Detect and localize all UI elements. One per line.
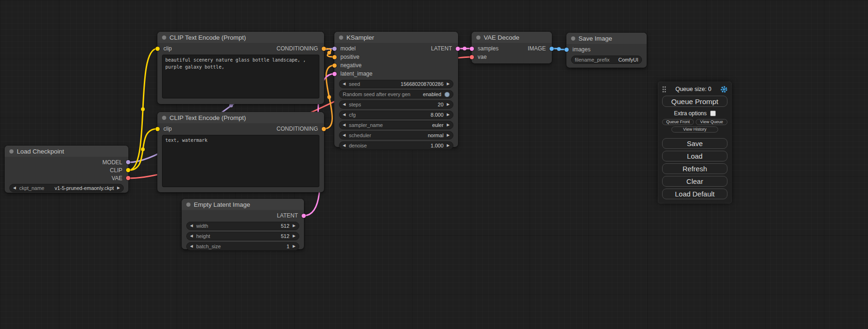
collapse-dot-icon[interactable] — [571, 36, 575, 41]
increment-arrow-icon[interactable]: ▶ — [293, 243, 296, 250]
decrement-arrow-icon[interactable]: ◀ — [190, 222, 193, 230]
collapse-dot-icon[interactable] — [476, 35, 480, 40]
node-title-bar[interactable]: CLIP Text Encode (Prompt) — [157, 32, 324, 43]
node-empty-latent-image[interactable]: Empty Latent Image LATENT ◀ width 512 ▶ … — [182, 199, 304, 249]
prompt-text-area[interactable]: text, watermark — [162, 135, 319, 187]
widget-cfg[interactable]: ◀ cfg 8.000 ▶ — [339, 111, 453, 119]
node-ksampler[interactable]: KSampler model LATENT positive negative … — [334, 32, 458, 147]
port-clip-input[interactable] — [155, 127, 160, 131]
prompt-text-area[interactable]: beautiful scenery nature glass bottle la… — [162, 55, 319, 98]
decrement-arrow-icon[interactable]: ◀ — [343, 80, 346, 88]
collapse-dot-icon[interactable] — [162, 116, 166, 120]
decrement-arrow-icon[interactable]: ◀ — [190, 232, 193, 240]
queue-small-buttons-row: Queue Front View Queue — [662, 119, 727, 125]
widget-ckpt-name[interactable]: ◀ ckpt_name v1-5-pruned-emaonly.ckpt ▶ — [9, 184, 124, 192]
queue-prompt-button[interactable]: Queue Prompt — [662, 96, 727, 107]
port-images-input[interactable] — [565, 48, 569, 52]
collapse-dot-icon[interactable] — [9, 149, 14, 154]
widget-scheduler[interactable]: ◀ scheduler normal ▶ — [339, 131, 453, 140]
node-save-image[interactable]: Save Image images filename_prefix ComfyU… — [566, 33, 647, 68]
node-vae-decode[interactable]: VAE Decode samples IMAGE vae — [472, 32, 552, 63]
widget-batch-size[interactable]: ◀ batch_size 1 ▶ — [186, 242, 299, 251]
queue-panel-header: Queue size: 0 — [662, 84, 727, 94]
load-button[interactable]: Load — [662, 151, 727, 161]
port-conditioning-output[interactable] — [322, 127, 326, 131]
increment-arrow-icon[interactable]: ▶ — [447, 101, 450, 108]
port-image-output[interactable] — [550, 47, 554, 51]
decrement-arrow-icon[interactable]: ◀ — [190, 243, 193, 250]
increment-arrow-icon[interactable]: ▶ — [293, 222, 296, 230]
port-negative-input[interactable] — [332, 63, 337, 68]
increment-arrow-icon[interactable]: ▶ — [293, 232, 296, 240]
decrement-arrow-icon[interactable]: ◀ — [343, 121, 346, 129]
port-latent-output[interactable] — [302, 214, 306, 218]
port-clip-output[interactable] — [126, 168, 130, 172]
widget-label: height — [196, 233, 210, 239]
widget-steps[interactable]: ◀ steps 20 ▶ — [339, 100, 453, 109]
increment-arrow-icon[interactable]: ▶ — [447, 132, 450, 139]
collapse-dot-icon[interactable] — [339, 35, 343, 40]
save-button[interactable]: Save — [662, 138, 727, 149]
port-conditioning-output[interactable] — [322, 47, 326, 51]
node-clip-text-encode-negative[interactable]: CLIP Text Encode (Prompt) clip CONDITION… — [157, 112, 324, 192]
port-vae-output[interactable] — [126, 176, 130, 180]
port-model-input[interactable] — [332, 47, 337, 51]
widget-value: 512 — [281, 233, 289, 239]
collapse-dot-icon[interactable] — [186, 203, 191, 207]
output-label-latent: LATENT — [431, 45, 452, 52]
widget-height[interactable]: ◀ height 512 ▶ — [186, 232, 299, 240]
node-load-checkpoint[interactable]: Load Checkpoint MODEL CLIP VAE ◀ ckpt_na… — [5, 146, 128, 193]
output-label-clip: CLIP — [110, 167, 122, 174]
decrement-arrow-icon[interactable]: ◀ — [13, 184, 16, 192]
port-latent-output[interactable] — [456, 47, 460, 51]
widget-filename-prefix[interactable]: filename_prefix ComfyUI — [571, 56, 642, 64]
node-clip-text-encode-positive[interactable]: CLIP Text Encode (Prompt) clip CONDITION… — [157, 32, 324, 104]
toggle-knob[interactable] — [445, 92, 450, 97]
slot-row: VAE — [5, 174, 128, 182]
clear-button[interactable]: Clear — [662, 176, 727, 187]
widget-width[interactable]: ◀ width 512 ▶ — [186, 222, 299, 230]
queue-front-button[interactable]: Queue Front — [662, 119, 694, 125]
widget-denoise[interactable]: ◀ denoise 1.000 ▶ — [339, 141, 453, 150]
input-label-clip: clip — [163, 126, 172, 132]
drag-handle-icon[interactable] — [662, 86, 666, 93]
node-title-bar[interactable]: VAE Decode — [472, 32, 552, 43]
port-model-output[interactable] — [126, 160, 130, 164]
increment-arrow-icon[interactable]: ▶ — [447, 142, 450, 149]
node-title-bar[interactable]: Empty Latent Image — [182, 199, 304, 210]
input-label-model: model — [340, 45, 356, 52]
port-clip-input[interactable] — [155, 47, 160, 51]
increment-arrow-icon[interactable]: ▶ — [447, 80, 450, 88]
widget-random-seed-toggle[interactable]: Random seed after every gen enabled — [339, 90, 453, 98]
collapse-dot-icon[interactable] — [162, 35, 166, 40]
decrement-arrow-icon[interactable]: ◀ — [343, 142, 346, 149]
extra-options-checkbox[interactable] — [710, 111, 716, 116]
node-title-bar[interactable]: Save Image — [566, 33, 647, 44]
view-queue-button[interactable]: View Queue — [696, 119, 727, 125]
widget-value: normal — [428, 133, 444, 138]
decrement-arrow-icon[interactable]: ◀ — [343, 132, 346, 139]
node-title-bar[interactable]: CLIP Text Encode (Prompt) — [157, 112, 324, 123]
decrement-arrow-icon[interactable]: ◀ — [343, 111, 346, 119]
port-samples-input[interactable] — [470, 47, 474, 51]
view-history-button[interactable]: View History — [671, 126, 719, 133]
widget-value: 20 — [438, 102, 444, 107]
decrement-arrow-icon[interactable]: ◀ — [343, 101, 346, 108]
widget-seed[interactable]: ◀ seed 156680208700286 ▶ — [339, 80, 453, 88]
load-default-button[interactable]: Load Default — [662, 189, 727, 199]
port-positive-input[interactable] — [332, 55, 337, 59]
slot-row: clip CONDITIONING — [157, 125, 324, 133]
port-vae-input[interactable] — [470, 55, 474, 59]
node-graph-canvas[interactable]: Load Checkpoint MODEL CLIP VAE ◀ ckpt_na… — [0, 0, 868, 329]
refresh-button[interactable]: Refresh — [662, 163, 727, 174]
increment-arrow-icon[interactable]: ▶ — [447, 111, 450, 119]
increment-arrow-icon[interactable]: ▶ — [447, 121, 450, 129]
port-latent-image-input[interactable] — [332, 72, 337, 76]
slot-row: images — [566, 45, 647, 54]
widget-sampler-name[interactable]: ◀ sampler_name euler ▶ — [339, 121, 453, 129]
node-title-bar[interactable]: KSampler — [334, 32, 458, 43]
node-title-bar[interactable]: Load Checkpoint — [5, 146, 128, 157]
node-title: Save Image — [579, 35, 612, 42]
settings-gear-icon[interactable] — [720, 86, 727, 93]
increment-arrow-icon[interactable]: ▶ — [117, 184, 120, 192]
